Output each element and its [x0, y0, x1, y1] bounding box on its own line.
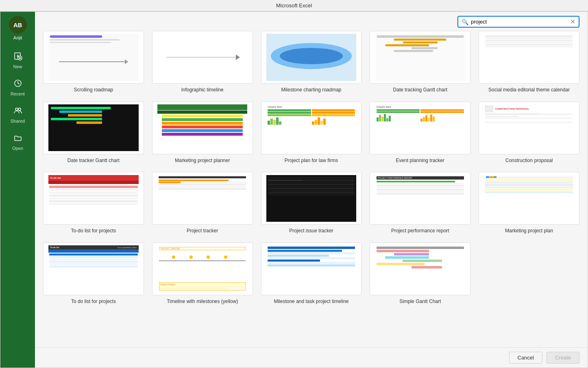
svg-line-8	[18, 83, 20, 84]
template-social-media[interactable]: Social media editorial theme calendar	[479, 31, 579, 93]
search-bar-area: 🔍 ✕	[35, 12, 588, 31]
sidebar-item-recent[interactable]: Recent	[0, 74, 35, 101]
template-milestone-task[interactable]: Milestone and task project timeline	[261, 242, 362, 305]
template-milestone-charting[interactable]: Milestone charting roadmap	[261, 31, 362, 93]
app-container: AB Arijit New	[0, 11, 588, 368]
template-project-tracker[interactable]: Project tracker	[152, 172, 253, 234]
template-thumb-timeline-yellow: PROJECT TIMELINE PROJECT DETAILS	[152, 242, 253, 295]
sidebar-item-recent-label: Recent	[11, 91, 25, 96]
template-todo-list[interactable]: To-do list	[43, 172, 144, 234]
template-label-marketing-planner: Marketing project planner	[175, 158, 230, 164]
template-label-social-media: Social media editorial theme calendar	[488, 87, 570, 93]
template-thumb-law-plan: Company Name	[261, 102, 362, 154]
template-label-scrolling-roadmap: Scrolling roadmap	[74, 87, 113, 93]
template-mkt-plan[interactable]: Marketing project plan	[479, 172, 579, 234]
template-thumb-dark-gantt	[43, 102, 144, 154]
sidebar: AB Arijit New	[0, 12, 35, 368]
template-thumb-milestone	[261, 31, 362, 84]
sidebar-item-new-label: New	[13, 64, 22, 69]
template-thumb-perf-report: PROJECT PERFORMANCE REPORT	[370, 172, 470, 225]
sidebar-item-shared[interactable]: Shared	[0, 101, 35, 128]
template-thumb-mkt-plan	[479, 172, 579, 225]
template-thumb-simple-gantt	[370, 242, 470, 295]
templates-row-1: Scrolling roadmap Infographic timeline	[43, 31, 579, 93]
template-thumb-todo-list-2: To-do list To be completed by: Name	[43, 242, 144, 295]
template-thumb-scrolling-roadmap	[43, 31, 144, 84]
template-thumb-event-planning: Company Name	[370, 102, 470, 154]
template-date-tracker-gantt[interactable]: Date tracker Gantt chart	[43, 102, 144, 164]
cancel-button[interactable]: Cancel	[509, 352, 542, 364]
username: Arijit	[13, 35, 22, 40]
search-icon: 🔍	[462, 19, 468, 25]
template-label-milestone-task: Milestone and task project timeline	[274, 299, 348, 305]
template-label-simple-gantt: Simple Gantt Chart	[399, 299, 441, 305]
template-timeline-yellow[interactable]: PROJECT TIMELINE PROJECT DETAILS	[152, 242, 253, 305]
template-thumb-date-gantt	[370, 31, 470, 84]
sidebar-item-open-label: Open	[12, 146, 23, 151]
svg-point-9	[15, 108, 18, 110]
template-label-construction: Construction proposal	[505, 158, 553, 164]
template-label-infographic-timeline: Infographic timeline	[181, 87, 224, 93]
template-label-mkt-plan: Marketing project plan	[505, 228, 553, 234]
templates-row-4: To-do list To be completed by: Name	[43, 242, 579, 309]
template-label-todo-list: To-do list for projects	[71, 228, 116, 234]
sidebar-item-shared-label: Shared	[11, 119, 25, 123]
search-wrapper[interactable]: 🔍 ✕	[457, 16, 579, 28]
template-marketing-planner[interactable]: Marketing project planner	[152, 102, 253, 164]
template-label-date-tracker-gantt: Date tracker Gantt chart	[68, 158, 120, 164]
template-label-todo-list-2: To do list for projects	[71, 299, 116, 305]
template-thumb-todo-list: To-do list	[43, 172, 144, 225]
create-button[interactable]: Create	[547, 352, 579, 364]
template-todo-list-2[interactable]: To-do list To be completed by: Name	[43, 242, 144, 305]
template-label-milestone-charting: Milestone charting roadmap	[281, 87, 341, 93]
template-date-tracking-gantt[interactable]: Date tracking Gantt chart	[370, 31, 470, 93]
search-input[interactable]	[471, 19, 568, 25]
open-icon	[13, 133, 22, 144]
template-label-event-planning: Event planning tracker	[396, 158, 444, 164]
template-simple-gantt[interactable]: Simple Gantt Chart	[370, 242, 470, 305]
shared-icon	[13, 106, 22, 117]
template-thumb-project-tracker	[152, 172, 253, 225]
template-thumb-marketing-planner	[152, 102, 253, 154]
template-thumb-issue-tracker	[261, 172, 362, 225]
template-label-date-tracking-gantt: Date tracking Gantt chart	[393, 87, 447, 93]
recent-icon	[13, 79, 22, 90]
template-infographic-timeline[interactable]: Infographic timeline	[152, 31, 253, 93]
templates-row-3: To-do list	[43, 172, 579, 234]
main-content: 🔍 ✕	[35, 12, 588, 368]
templates-grid: Scrolling roadmap Infographic timeline	[35, 31, 588, 347]
svg-point-10	[18, 108, 21, 110]
template-thumb-milestone-task	[261, 242, 362, 295]
title-bar: Microsoft Excel	[0, 0, 588, 11]
template-label-project-tracker: Project tracker	[187, 228, 218, 234]
template-label-perf-report: Project performance report	[391, 228, 449, 234]
sidebar-item-open[interactable]: Open	[0, 128, 35, 156]
sidebar-item-new[interactable]: New	[0, 47, 35, 74]
search-clear-icon[interactable]: ✕	[570, 18, 575, 26]
template-label-timeline-yellow: Timeline with milestones (yellow)	[167, 299, 238, 305]
template-perf-report[interactable]: PROJECT PERFORMANCE REPORT	[370, 172, 470, 234]
template-label-issue-tracker: Project issue tracker	[289, 228, 333, 234]
app-title: Microsoft Excel	[276, 2, 312, 9]
template-construction[interactable]: CONSTRUCTION PROPOSAL	[479, 102, 579, 164]
new-icon	[13, 52, 22, 63]
template-thumb-infographic-timeline	[152, 31, 253, 84]
template-scrolling-roadmap[interactable]: Scrolling roadmap	[43, 31, 144, 93]
template-thumb-social-media	[479, 31, 579, 84]
template-law-plan[interactable]: Company Name	[261, 102, 362, 164]
templates-row-2: Date tracker Gantt chart	[43, 102, 579, 164]
template-thumb-construction: CONSTRUCTION PROPOSAL	[479, 102, 579, 154]
template-issue-tracker[interactable]: Project issue tracker	[261, 172, 362, 234]
bottom-bar: Cancel Create	[35, 347, 588, 368]
avatar: AB	[9, 16, 27, 34]
template-event-planning[interactable]: Company Name	[370, 102, 470, 164]
template-label-law-plan: Project plan for law firms	[285, 158, 338, 164]
